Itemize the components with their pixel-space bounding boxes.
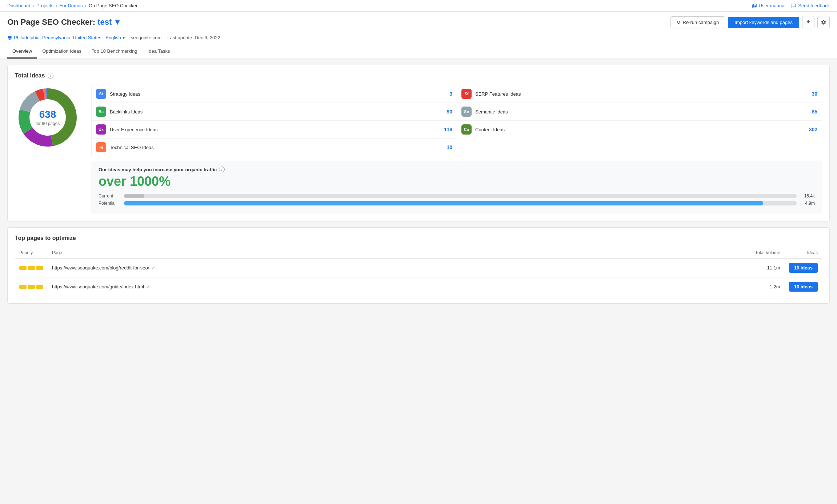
page-title: On Page SEO Checker: test ▾	[7, 17, 119, 27]
header-actions: ↺ Re-run campaign Import keywords and pa…	[670, 16, 830, 28]
page-cell-2: https://www.seoquake.com/guide/index.htm…	[48, 277, 737, 296]
header-sub-row: Philadelphia, Pennsylvania, United State…	[7, 32, 830, 43]
page-header: On Page SEO Checker: test ▾ ↺ Re-run cam…	[0, 12, 837, 59]
priority-bar-1	[19, 266, 27, 270]
traffic-percent: over 1000%	[99, 174, 815, 189]
priority-bar-2-2	[28, 285, 35, 289]
col-priority: Priority	[15, 247, 48, 259]
monitor-icon	[7, 35, 12, 40]
total-ideas-content: 638 for 90 pages St Strategy Ideas 3	[15, 85, 822, 214]
idea-row-semantic: Se Semantic Ideas 85	[457, 103, 822, 121]
badge-serp: Sf	[461, 89, 472, 99]
upload-icon	[805, 19, 811, 25]
total-ideas-card: Total Ideas i	[7, 65, 830, 221]
priority-cell-2	[15, 277, 48, 296]
donut-center: 638 for 90 pages	[36, 109, 60, 126]
ideas-right-panel: St Strategy Ideas 3 Ba Backlinks Ideas 9…	[91, 85, 822, 214]
breadcrumb: Dashboard › Projects › For Demos › On Pa…	[7, 3, 137, 8]
ideas-grid: St Strategy Ideas 3 Ba Backlinks Ideas 9…	[91, 85, 822, 156]
ideas-left-col: St Strategy Ideas 3 Ba Backlinks Ideas 9…	[92, 85, 457, 156]
ideas-button-1[interactable]: 10 ideas	[789, 263, 818, 273]
title-dropdown-arrow[interactable]: ▾	[115, 17, 119, 27]
table-row: https://www.seoquake.com/blog/reddit-for…	[15, 259, 822, 277]
traffic-title: Our ideas may help you increase your org…	[99, 167, 815, 172]
import-keywords-button[interactable]: Import keywords and pages	[728, 17, 799, 28]
send-feedback-link[interactable]: Send feedback	[791, 3, 830, 8]
badge-semantic: Se	[461, 107, 472, 117]
page-cell: https://www.seoquake.com/blog/reddit-for…	[48, 259, 737, 277]
total-ideas-info-icon[interactable]: i	[48, 73, 53, 79]
settings-button[interactable]	[817, 16, 830, 28]
tab-overview[interactable]: Overview	[7, 45, 37, 59]
external-link-icon-1: ↗	[151, 265, 155, 271]
priority-bar-3	[36, 266, 43, 270]
feedback-icon	[791, 3, 796, 8]
breadcrumb-dashboard[interactable]: Dashboard	[7, 3, 31, 8]
tab-top10-benchmarking[interactable]: Top 10 Benchmarking	[87, 45, 143, 59]
user-manual-link[interactable]: User manual	[752, 3, 786, 8]
breadcrumb-demos[interactable]: For Demos	[59, 3, 83, 8]
traffic-section: Our ideas may help you increase your org…	[91, 161, 822, 214]
breadcrumb-current: On Page SEO Checker	[89, 3, 137, 8]
priority-cell	[15, 259, 48, 277]
volume-cell-1: 11.1m	[737, 259, 785, 277]
idea-row-strategy: St Strategy Ideas 3	[92, 85, 457, 103]
current-bar-fill	[124, 194, 144, 198]
breadcrumb-projects[interactable]: Projects	[36, 3, 53, 8]
priority-bar-2	[28, 266, 35, 270]
top-actions: User manual Send feedback	[752, 3, 830, 8]
priority-bar-2-1	[19, 285, 27, 289]
ideas-right-col: Sf SERP Features Ideas 30 Se Semantic Id…	[457, 85, 822, 156]
total-ideas-title: Total Ideas i	[15, 72, 822, 79]
external-link-icon-2: ↗	[146, 284, 150, 289]
table-header: Priority Page Total Volume Ideas	[15, 247, 822, 259]
priority-bars-2	[19, 285, 43, 289]
top-bar: Dashboard › Projects › For Demos › On Pa…	[0, 0, 837, 12]
location-dropdown[interactable]: ▾	[123, 35, 125, 40]
nav-tabs: Overview Optimization Ideas Top 10 Bench…	[7, 45, 830, 59]
top-pages-table: Priority Page Total Volume Ideas	[15, 247, 822, 296]
book-icon	[752, 3, 757, 8]
tab-idea-tasks[interactable]: Idea Tasks	[143, 45, 175, 59]
ideas-button-2[interactable]: 10 ideas	[789, 282, 818, 292]
donut-chart: 638 for 90 pages	[15, 85, 80, 150]
col-page: Page	[48, 247, 737, 259]
top-pages-card: Top pages to optimize Priority Page Tota…	[7, 227, 830, 304]
rerun-campaign-button[interactable]: ↺ Re-run campaign	[670, 16, 725, 28]
main-content: Total Ideas i	[0, 59, 837, 315]
idea-row-ux: Ux User Experience Ideas 118	[92, 121, 457, 139]
idea-row-content: Co Content Ideas 302	[457, 121, 822, 138]
idea-row-backlinks: Ba Backlinks Ideas 90	[92, 103, 457, 121]
badge-backlinks: Ba	[96, 107, 106, 117]
rerun-icon: ↺	[677, 20, 681, 25]
top-pages-title: Top pages to optimize	[15, 235, 822, 241]
col-ideas: Ideas	[785, 247, 822, 259]
location-selector[interactable]: Philadelphia, Pennsylvania, United State…	[7, 35, 125, 40]
badge-strategy: St	[96, 89, 106, 99]
idea-row-serp: Sf SERP Features Ideas 30	[457, 85, 822, 103]
badge-ux: Ux	[96, 124, 106, 135]
gear-icon	[821, 19, 826, 25]
traffic-info-icon[interactable]: i	[219, 167, 225, 172]
current-bar-track	[124, 194, 797, 198]
volume-cell-2: 1.2m	[737, 277, 785, 296]
potential-bar-fill	[124, 201, 763, 205]
col-volume: Total Volume	[737, 247, 785, 259]
header-top-row: On Page SEO Checker: test ▾ ↺ Re-run cam…	[7, 16, 830, 28]
idea-row-technical: Te Technical SEO Ideas 10	[92, 139, 457, 156]
potential-bar-track	[124, 201, 797, 205]
export-button[interactable]	[802, 16, 814, 28]
badge-technical: Te	[96, 142, 106, 152]
ideas-cell-2: 10 ideas	[785, 277, 822, 296]
tab-optimization-ideas[interactable]: Optimization Ideas	[37, 45, 87, 59]
ideas-cell-1: 10 ideas	[785, 259, 822, 277]
page-link-1[interactable]: https://www.seoquake.com/blog/reddit-for…	[52, 265, 733, 271]
table-row: https://www.seoquake.com/guide/index.htm…	[15, 277, 822, 296]
table-body: https://www.seoquake.com/blog/reddit-for…	[15, 259, 822, 296]
potential-bar-row: Potential 4.9m	[99, 201, 815, 206]
priority-bars	[19, 266, 43, 270]
current-bar-row: Current 15.4k	[99, 193, 815, 199]
page-link-2[interactable]: https://www.seoquake.com/guide/index.htm…	[52, 284, 733, 289]
priority-bar-2-3	[36, 285, 43, 289]
badge-content: Co	[461, 124, 472, 135]
